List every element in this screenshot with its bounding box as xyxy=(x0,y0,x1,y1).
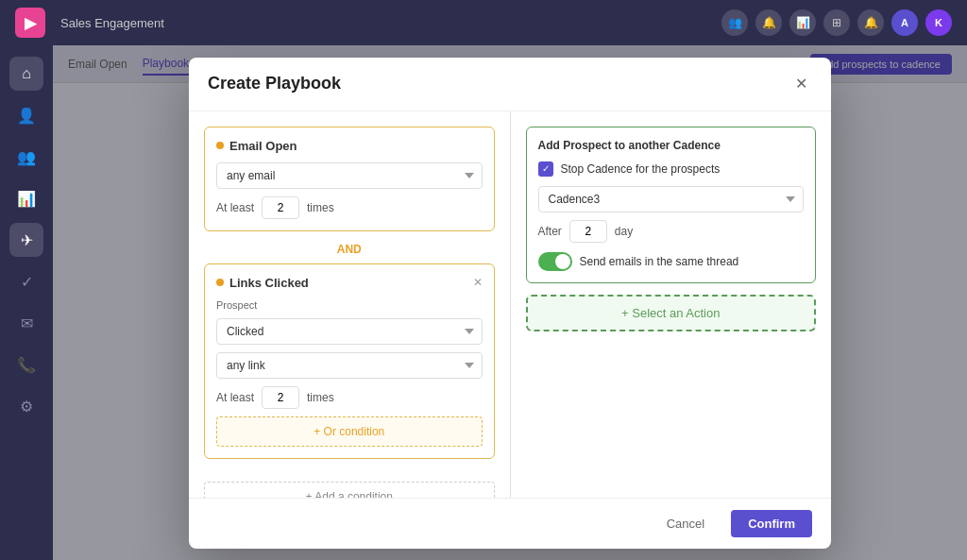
modal-header: Create Playbook ✕ xyxy=(189,58,831,111)
sidebar-item-home[interactable]: ⌂ xyxy=(9,57,43,91)
action-card-title: Add Prospect to another Cadence xyxy=(538,139,805,152)
after-suffix: day xyxy=(615,225,633,238)
email-open-select-row: any email specific email xyxy=(216,162,483,189)
links-clicked-close[interactable]: ✕ xyxy=(473,276,483,289)
main-area: ⌂ 👤 👥 📊 ✈ ✓ ✉ 📞 ⚙ Email Open Playbook ad… xyxy=(0,45,967,560)
or-condition-button[interactable]: + Or condition xyxy=(216,416,483,447)
any-link-select-row: any link specific link xyxy=(216,352,483,379)
content-area: Email Open Playbook add prospects to cad… xyxy=(53,45,967,560)
sidebar-item-phone[interactable]: 📞 xyxy=(9,348,43,382)
same-thread-label: Send emails in the same thread xyxy=(580,255,739,268)
stop-cadence-row: ✓ Stop Cadence for the prospects xyxy=(538,161,805,177)
after-input[interactable] xyxy=(569,220,607,243)
modal-overlay: Create Playbook ✕ E xyxy=(53,45,967,560)
stop-cadence-label: Stop Cadence for the prospects xyxy=(561,162,721,176)
modal-title: Create Playbook xyxy=(208,74,341,93)
prospect-label-row: Prospect xyxy=(216,299,483,311)
sidebar-item-settings[interactable]: ⚙ xyxy=(9,389,43,423)
modal: Create Playbook ✕ E xyxy=(189,58,831,549)
clicked-select-row: Clicked Not Clicked xyxy=(216,318,483,345)
same-thread-row: Send emails in the same thread xyxy=(538,252,805,271)
action-card: Add Prospect to another Cadence ✓ Stop C… xyxy=(526,127,817,283)
add-condition-button[interactable]: + Add a condition xyxy=(204,482,495,498)
select-action-button[interactable]: + Select an Action xyxy=(526,295,817,331)
cancel-button[interactable]: Cancel xyxy=(650,510,721,537)
links-clicked-card: Links Clicked ✕ Prospect Clicked xyxy=(204,263,495,459)
email-open-count-input[interactable] xyxy=(262,196,299,219)
nav-analytics-icon[interactable]: 📊 xyxy=(789,9,816,36)
at-least-label: At least xyxy=(216,201,254,214)
nav-avatar-a[interactable]: A xyxy=(891,9,918,36)
sidebar-item-reports[interactable]: 📊 xyxy=(9,181,43,215)
sidebar-item-contacts[interactable]: 👤 xyxy=(9,98,43,132)
clicked-select[interactable]: Clicked Not Clicked xyxy=(216,318,483,345)
links-clicked-title: Links Clicked xyxy=(216,276,309,290)
sidebar: ⌂ 👤 👥 📊 ✈ ✓ ✉ 📞 ⚙ xyxy=(0,45,53,560)
app-title: Sales Engagement xyxy=(60,16,721,30)
modal-body: Email Open any email specific email xyxy=(189,111,831,498)
confirm-button[interactable]: Confirm xyxy=(731,510,812,537)
app-shell: ▶ Sales Engagement 👥 🔔 📊 ⊞ 🔔 A K ⌂ 👤 👥 📊… xyxy=(0,0,967,560)
links-clicked-dot xyxy=(216,279,224,286)
sidebar-item-send[interactable]: ✈ xyxy=(9,223,43,257)
right-panel: Add Prospect to another Cadence ✓ Stop C… xyxy=(511,111,832,498)
links-count-row: At least times xyxy=(216,386,483,409)
sidebar-item-tasks[interactable]: ✓ xyxy=(9,264,43,298)
email-open-title: Email Open xyxy=(216,139,297,153)
cadence-select-row: Cadence1 Cadence2 Cadence3 xyxy=(538,186,805,212)
links-clicked-header: Links Clicked ✕ xyxy=(216,276,483,290)
email-open-select[interactable]: any email specific email xyxy=(216,162,483,189)
any-link-select[interactable]: any link specific link xyxy=(216,352,483,379)
after-label: After xyxy=(538,225,562,238)
at-least-label-2: At least xyxy=(216,391,254,404)
nav-grid-icon[interactable]: ⊞ xyxy=(823,9,850,36)
after-row: After day xyxy=(538,220,805,243)
links-count-input[interactable] xyxy=(262,386,299,409)
same-thread-toggle[interactable] xyxy=(538,252,572,271)
email-open-header: Email Open xyxy=(216,139,483,153)
modal-footer: Cancel Confirm xyxy=(189,498,831,549)
left-panel: Email Open any email specific email xyxy=(189,111,511,498)
modal-close-button[interactable]: ✕ xyxy=(789,73,812,95)
top-navbar: ▶ Sales Engagement 👥 🔔 📊 ⊞ 🔔 A K xyxy=(0,0,967,45)
and-divider[interactable]: AND xyxy=(204,243,495,256)
nav-icons: 👥 🔔 📊 ⊞ 🔔 A K xyxy=(721,9,952,36)
nav-bell-icon[interactable]: 🔔 xyxy=(755,9,782,36)
app-logo: ▶ xyxy=(15,8,45,38)
cadence-select[interactable]: Cadence1 Cadence2 Cadence3 xyxy=(538,186,805,212)
sidebar-item-mail[interactable]: ✉ xyxy=(9,306,43,340)
email-open-card: Email Open any email specific email xyxy=(204,127,495,231)
nav-users-icon[interactable]: 👥 xyxy=(721,9,748,36)
times-label: times xyxy=(307,201,334,214)
sidebar-item-people[interactable]: 👥 xyxy=(9,140,43,174)
nav-avatar-k[interactable]: K xyxy=(925,9,952,36)
email-open-dot xyxy=(216,142,224,149)
nav-notification-icon[interactable]: 🔔 xyxy=(857,9,884,36)
prospect-label: Prospect xyxy=(216,299,483,311)
stop-cadence-checkbox[interactable]: ✓ xyxy=(538,161,553,177)
times-label-2: times xyxy=(307,391,334,404)
email-open-count-row: At least times xyxy=(216,196,483,219)
